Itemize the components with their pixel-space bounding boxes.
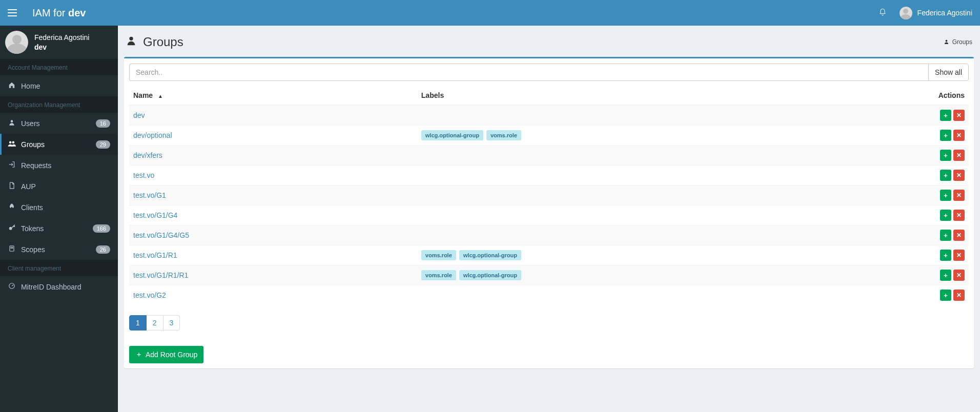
delete-group-button[interactable]: ✕ bbox=[953, 250, 965, 261]
home-icon bbox=[8, 81, 16, 90]
user-icon bbox=[126, 35, 137, 49]
col-actions: Actions bbox=[917, 86, 969, 105]
page-link[interactable]: 1 bbox=[130, 316, 146, 330]
labels-cell bbox=[417, 285, 917, 305]
add-subgroup-button[interactable]: ＋ bbox=[940, 130, 951, 141]
add-subgroup-button[interactable]: ＋ bbox=[940, 170, 951, 181]
show-all-button[interactable]: Show all bbox=[928, 64, 969, 81]
tag-icon bbox=[8, 245, 16, 254]
add-subgroup-button[interactable]: ＋ bbox=[940, 250, 951, 261]
sidebar-item-users[interactable]: Users16 bbox=[0, 113, 118, 134]
sidebar-item-label: MitreID Dashboard bbox=[21, 283, 81, 291]
group-link[interactable]: dev bbox=[133, 111, 145, 119]
groups-table: Name ▲ Labels Actions dev＋✕dev/optionalw… bbox=[129, 86, 969, 305]
svg-point-2 bbox=[12, 141, 15, 143]
close-icon: ✕ bbox=[956, 252, 962, 258]
groups-box: Show all Name ▲ Labels Actions de bbox=[124, 57, 974, 368]
avatar-icon bbox=[5, 31, 28, 54]
add-subgroup-button[interactable]: ＋ bbox=[940, 270, 951, 281]
delete-group-button[interactable]: ✕ bbox=[953, 210, 965, 221]
user-icon bbox=[944, 39, 949, 46]
table-row: dev/optionalwlcg.optional-groupvoms.role… bbox=[129, 126, 969, 146]
group-link[interactable]: test.vo/G1/R1 bbox=[133, 251, 177, 259]
close-icon: ✕ bbox=[956, 232, 962, 238]
menu-toggle-icon[interactable] bbox=[8, 9, 17, 16]
breadcrumb[interactable]: Groups bbox=[944, 38, 972, 46]
close-icon: ✕ bbox=[956, 192, 962, 198]
group-link[interactable]: dev/xfers bbox=[133, 151, 162, 159]
delete-group-button[interactable]: ✕ bbox=[953, 230, 965, 241]
add-subgroup-button[interactable]: ＋ bbox=[940, 190, 951, 201]
sidebar-item-scopes[interactable]: Scopes26 bbox=[0, 239, 118, 260]
actions-cell: ＋✕ bbox=[917, 285, 969, 305]
group-link[interactable]: test.vo/G1/G4/G5 bbox=[133, 231, 189, 239]
group-link[interactable]: test.vo/G1/G4 bbox=[133, 211, 177, 219]
delete-group-button[interactable]: ✕ bbox=[953, 170, 965, 181]
table-row: test.vo/G2＋✕ bbox=[129, 285, 969, 305]
plus-icon: ＋ bbox=[943, 292, 949, 298]
labels-cell bbox=[417, 105, 917, 126]
svg-point-3 bbox=[9, 227, 12, 230]
table-row: test.vo/G1/R1voms.rolewlcg.optional-grou… bbox=[129, 245, 969, 265]
sidebar-item-aup[interactable]: AUP bbox=[0, 176, 118, 197]
top-user-menu[interactable]: Federica Agostini bbox=[900, 7, 972, 19]
close-icon: ✕ bbox=[956, 152, 962, 158]
sidebar-item-label: Clients bbox=[21, 203, 43, 212]
count-badge: 166 bbox=[93, 224, 110, 233]
page-link[interactable]: 3 bbox=[164, 316, 180, 330]
sidebar-item-clients[interactable]: Clients bbox=[0, 197, 118, 218]
sidebar-item-groups[interactable]: Groups29 bbox=[0, 134, 118, 155]
delete-group-button[interactable]: ✕ bbox=[953, 290, 965, 301]
actions-cell: ＋✕ bbox=[917, 126, 969, 146]
add-subgroup-button[interactable]: ＋ bbox=[940, 150, 951, 161]
add-subgroup-button[interactable]: ＋ bbox=[940, 290, 951, 301]
add-subgroup-button[interactable]: ＋ bbox=[940, 110, 951, 121]
page-3[interactable]: 3 bbox=[164, 315, 180, 331]
col-labels: Labels bbox=[417, 86, 917, 105]
search-row: Show all bbox=[129, 64, 969, 81]
delete-group-button[interactable]: ✕ bbox=[953, 190, 965, 201]
group-link[interactable]: test.vo bbox=[133, 171, 154, 179]
page-link[interactable]: 2 bbox=[147, 316, 163, 330]
delete-group-button[interactable]: ✕ bbox=[953, 150, 965, 161]
labels-cell bbox=[417, 146, 917, 166]
app-brand[interactable]: IAM for dev bbox=[32, 7, 86, 19]
plus-icon: ＋ bbox=[943, 212, 949, 218]
add-subgroup-button[interactable]: ＋ bbox=[940, 230, 951, 241]
group-link[interactable]: test.vo/G1 bbox=[133, 191, 166, 199]
close-icon: ✕ bbox=[956, 132, 962, 138]
labels-cell bbox=[417, 166, 917, 186]
sidebar-item-tokens[interactable]: Tokens166 bbox=[0, 218, 118, 239]
users-icon bbox=[8, 140, 16, 149]
add-root-group-button[interactable]: ＋ Add Root Group bbox=[129, 346, 203, 363]
key-icon bbox=[8, 224, 16, 233]
table-row: dev＋✕ bbox=[129, 105, 969, 126]
signin-icon bbox=[8, 161, 16, 170]
group-link[interactable]: dev/optional bbox=[133, 131, 172, 139]
group-label-pill: wlcg.optional-group bbox=[421, 130, 483, 140]
delete-group-button[interactable]: ✕ bbox=[953, 110, 965, 121]
table-row: test.vo/G1/G4/G5＋✕ bbox=[129, 225, 969, 245]
add-subgroup-button[interactable]: ＋ bbox=[940, 210, 951, 221]
search-input[interactable] bbox=[129, 64, 928, 81]
sidebar-item-label: Tokens bbox=[21, 224, 44, 233]
sidebar-item-requests[interactable]: Requests bbox=[0, 155, 118, 176]
page-2[interactable]: 2 bbox=[147, 315, 164, 331]
delete-group-button[interactable]: ✕ bbox=[953, 130, 965, 141]
sort-asc-icon: ▲ bbox=[158, 93, 163, 99]
group-label-pill: wlcg.optional-group bbox=[459, 250, 521, 260]
delete-group-button[interactable]: ✕ bbox=[953, 270, 965, 281]
actions-cell: ＋✕ bbox=[917, 205, 969, 225]
page-1[interactable]: 1 bbox=[129, 315, 147, 331]
group-link[interactable]: test.vo/G1/R1/R1 bbox=[133, 271, 188, 279]
svg-rect-5 bbox=[11, 247, 13, 248]
notifications-icon[interactable] bbox=[879, 8, 887, 18]
col-name[interactable]: Name ▲ bbox=[129, 86, 417, 105]
plus-icon: ＋ bbox=[943, 192, 949, 198]
sidebar-item-mitreid[interactable]: MitreID Dashboard bbox=[0, 276, 118, 297]
group-label-pill: voms.role bbox=[421, 270, 456, 280]
sidebar-item-home[interactable]: Home bbox=[0, 75, 118, 96]
group-label-pill: wlcg.optional-group bbox=[459, 270, 521, 280]
svg-point-1 bbox=[9, 141, 12, 143]
group-link[interactable]: test.vo/G2 bbox=[133, 291, 166, 299]
